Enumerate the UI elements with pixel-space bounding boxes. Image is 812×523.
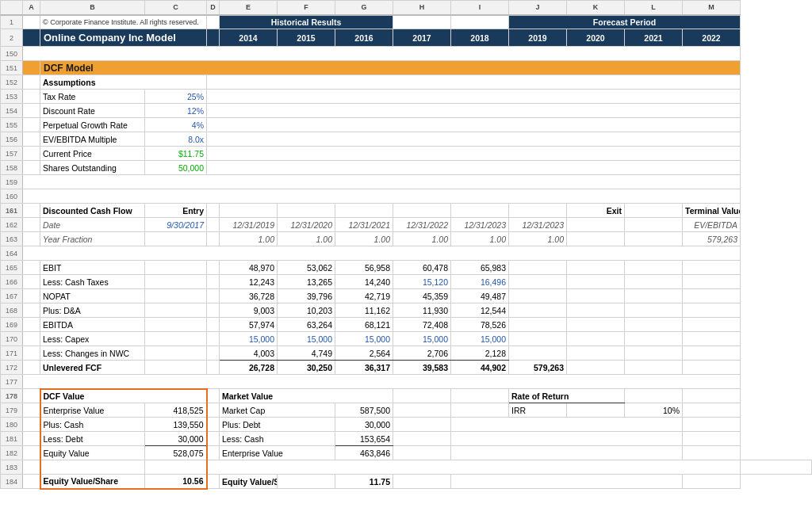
cell-l169 bbox=[625, 318, 683, 332]
nwc-2022: 2,706 bbox=[393, 346, 451, 361]
row-170-num: 170 bbox=[1, 332, 23, 346]
row-152-rest bbox=[207, 75, 741, 90]
cell-i179 bbox=[451, 403, 509, 418]
col-c-header: C bbox=[145, 1, 207, 15]
equity-value-label: Equity Value bbox=[40, 446, 145, 460]
row-157-rest bbox=[207, 147, 741, 161]
year-2016: 2016 bbox=[335, 29, 393, 47]
cell-a155 bbox=[23, 118, 40, 132]
cell-k166 bbox=[567, 275, 625, 289]
dna-2021: 11,162 bbox=[335, 303, 393, 318]
year-2014: 2014 bbox=[220, 29, 278, 47]
cell-j169 bbox=[509, 318, 567, 332]
cell-l170 bbox=[625, 332, 683, 346]
ct-2021: 14,240 bbox=[335, 275, 393, 289]
cell-d171 bbox=[207, 346, 220, 361]
cell-j161 bbox=[509, 204, 567, 218]
less-cash-value: 153,654 bbox=[335, 432, 393, 446]
row-159-num: 159 bbox=[1, 175, 23, 189]
shares-label: Shares Outstanding bbox=[40, 161, 145, 175]
cell-d166 bbox=[207, 275, 220, 289]
cell-a183 bbox=[23, 460, 40, 475]
cell-m167 bbox=[683, 289, 741, 303]
cell-l178 bbox=[625, 389, 683, 403]
cell-k163 bbox=[567, 232, 625, 246]
cell-a165 bbox=[23, 261, 40, 275]
row-184-rest bbox=[451, 475, 683, 489]
year-2019: 2019 bbox=[509, 29, 567, 47]
cell-j171 bbox=[509, 346, 567, 361]
mkt-cap-value: 587,500 bbox=[335, 403, 393, 418]
dcf-model-title: DCF Model bbox=[40, 61, 741, 75]
cell-k162 bbox=[567, 218, 625, 232]
equity-value-val: 528,075 bbox=[145, 446, 207, 460]
plus-cash-value: 139,550 bbox=[145, 418, 207, 432]
cell-m165 bbox=[683, 261, 741, 275]
cell-i1 bbox=[451, 15, 509, 29]
nwc-2020: 4,749 bbox=[278, 346, 335, 361]
cell-f161 bbox=[278, 204, 335, 218]
discount-rate-label: Discount Rate bbox=[40, 104, 145, 118]
cell-l166 bbox=[625, 275, 683, 289]
row-150-empty bbox=[23, 47, 741, 61]
yf-2020: 1.00 bbox=[278, 232, 335, 246]
cell-l171 bbox=[625, 346, 683, 361]
cell-m183 bbox=[741, 460, 812, 475]
dcf-section-label: Discounted Cash Flow bbox=[40, 204, 145, 218]
row-182-rest bbox=[451, 446, 683, 460]
year-2020: 2020 bbox=[567, 29, 625, 47]
cell-h178 bbox=[393, 389, 451, 403]
nwc-2021: 2,564 bbox=[335, 346, 393, 361]
cell-k171 bbox=[567, 346, 625, 361]
cell-m184 bbox=[683, 475, 741, 489]
cell-m171 bbox=[683, 346, 741, 361]
ev-ebitda-value: 8.0x bbox=[145, 132, 207, 147]
cell-c165 bbox=[145, 261, 207, 275]
ufcf-exit: 579,263 bbox=[509, 361, 567, 375]
row-153-rest bbox=[207, 90, 741, 104]
ev-share-value: 10.56 bbox=[145, 475, 207, 489]
ct-2019: 12,243 bbox=[220, 275, 278, 289]
nopat-2019: 36,728 bbox=[220, 289, 278, 303]
cell-a178 bbox=[23, 389, 40, 403]
cell-a172 bbox=[23, 361, 40, 375]
date-label: Date bbox=[40, 218, 145, 232]
ent-val-value: 463,846 bbox=[335, 446, 393, 460]
market-value-header: Market Value bbox=[220, 389, 393, 403]
date-exit: 12/31/2023 bbox=[509, 218, 567, 232]
cell-m169 bbox=[683, 318, 741, 332]
ebit-2021: 56,958 bbox=[335, 261, 393, 275]
row-160-num: 160 bbox=[1, 189, 23, 204]
cell-c170 bbox=[145, 332, 207, 346]
spreadsheet: A B C D E F G H I J K L M 1 © Corporate … bbox=[0, 0, 812, 523]
row-167-num: 167 bbox=[1, 289, 23, 303]
ev-label: Enterprise Value bbox=[40, 403, 145, 418]
year-2022: 2022 bbox=[683, 29, 741, 47]
terminal-value-header: Terminal Value bbox=[683, 204, 741, 218]
col-l-header: L bbox=[625, 1, 683, 15]
cell-d162 bbox=[207, 218, 220, 232]
cell-g161 bbox=[335, 204, 393, 218]
entry-col-header: Entry bbox=[145, 204, 207, 218]
year-fraction-label: Year Fraction bbox=[40, 232, 145, 246]
row-179-num: 179 bbox=[1, 403, 23, 418]
cell-a182 bbox=[23, 446, 40, 460]
ev-share-mkt-label: Equity Value/Share bbox=[220, 475, 278, 489]
cell-a1 bbox=[23, 15, 40, 29]
nopat-2020: 39,796 bbox=[278, 289, 335, 303]
cell-d1 bbox=[207, 15, 220, 29]
cell-m168 bbox=[683, 303, 741, 318]
ebitda-label: EBITDA bbox=[40, 318, 145, 332]
nwc-2019: 4,003 bbox=[220, 346, 278, 361]
cell-m182 bbox=[683, 446, 741, 460]
ev-ebitda-tv-label: EV/EBITDA bbox=[683, 218, 741, 232]
dna-2022: 11,930 bbox=[393, 303, 451, 318]
row-155-rest bbox=[207, 118, 741, 132]
pgr-value: 4% bbox=[145, 118, 207, 132]
cell-j167 bbox=[509, 289, 567, 303]
cell-a158 bbox=[23, 161, 40, 175]
cell-l163 bbox=[625, 232, 683, 246]
cell-c163 bbox=[145, 232, 207, 246]
current-price-value: $11.75 bbox=[145, 147, 207, 161]
dcf-value-header: DCF Value bbox=[40, 389, 207, 403]
